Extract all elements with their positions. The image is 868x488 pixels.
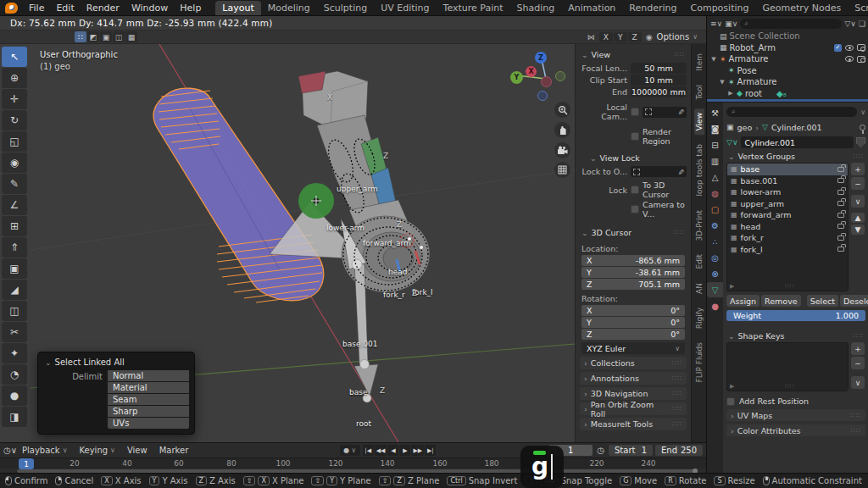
workspace-tab[interactable]: Sculpting [317,1,374,15]
sidebar-tab[interactable]: Item [694,49,704,75]
outliner-item-label[interactable]: Armature [737,77,777,86]
collapsed-panel-header[interactable]: 3D Navigation∷∷ [580,387,687,400]
select-mode-button[interactable]: ◩ [87,31,99,42]
gizmo-x-axis[interactable]: X [526,66,537,77]
panel-grip-icon[interactable]: ∷∷ [854,152,864,160]
list-grip-icon[interactable]: ∷∷ [785,383,794,390]
vertex-groups-list[interactable]: ▦base▦base.001▦lower-arm▦upper_arm▦forwa… [726,163,849,291]
lock-icon[interactable] [837,247,844,252]
panel-grip-icon[interactable]: ∷∷ [672,390,682,397]
panel-grip-icon[interactable]: ∷∷ [675,51,685,58]
tool-button[interactable]: ∠ [2,195,27,215]
properties-search-input[interactable]: ⌕ [726,107,857,117]
orthographic-grid-button[interactable] [554,162,570,178]
stopwatch-icon[interactable]: ◷ [597,446,604,455]
hide-eye-icon[interactable] [845,45,854,51]
value-field[interactable]: 10 mm [631,75,687,86]
panel-grip-icon[interactable]: ∷∷ [672,420,682,428]
properties-tab[interactable]: ▢ [707,202,723,217]
mirror-axis-button[interactable]: X [599,32,613,42]
menu-item[interactable]: File [23,1,50,15]
filter-mode-icon[interactable]: ▣∨ [725,19,737,28]
tool-button[interactable]: ▣ [2,258,27,279]
remove-button[interactable]: Remove [761,295,801,307]
frame-start-field[interactable]: Start1 [609,445,653,456]
sidebar-tab[interactable]: Tool [694,80,704,103]
lock-icon[interactable] [837,201,844,206]
outliner-item-label[interactable]: Robot_Arm [730,43,776,53]
tool-button[interactable]: ◱ [2,131,27,152]
lock-icon[interactable] [837,213,844,218]
select-mode-button[interactable]: ∷ [75,31,86,42]
gizmo-z-axis[interactable]: Z [535,52,547,64]
sidebar-tab[interactable]: AN [694,279,704,298]
properties-tab[interactable]: ◍ [707,186,723,201]
delimit-option[interactable]: UVs [108,418,189,429]
camera-view-button[interactable] [554,142,570,158]
panel-grip-icon[interactable]: ∷∷ [672,405,682,413]
outliner-item-label[interactable]: root [745,89,762,98]
move-down-button[interactable]: ▼ [851,225,865,235]
move-up-button[interactable]: ▲ [851,213,865,223]
panel-grip-icon[interactable]: ∷∷ [851,412,861,419]
tool-button[interactable]: ⊕ [2,68,27,88]
panel-grip-icon[interactable]: ∷∷ [672,359,682,367]
auto-keying-button[interactable]: ●∨ [340,445,360,456]
remove-vertex-group-button[interactable]: − [851,177,865,190]
expander-icon[interactable]: ▼ [710,56,717,63]
add-vertex-group-button[interactable]: + [851,163,865,175]
vertex-group-name[interactable]: base.001 [741,176,778,186]
mirror-axis-button[interactable]: Z [628,32,642,42]
properties-tab[interactable]: △ [707,169,723,185]
menu-item[interactable]: Edit [50,1,80,15]
workspace-tab[interactable]: Scripting [848,1,868,15]
cursor-rotation-slider[interactable]: X0° [581,305,685,316]
tool-button[interactable]: ✛ [2,89,27,109]
outliner-row[interactable]: ▼✶Armature [707,53,868,65]
outliner-row[interactable]: ▦Robot_Arm✓ [707,42,868,54]
weight-slider[interactable]: Weight 1.000 [726,310,865,321]
marker-menu[interactable]: Marker [154,446,194,455]
workspace-tab[interactable]: Animation [561,1,622,15]
properties-tab[interactable]: ⚒ [707,105,723,120]
properties-tab[interactable]: ∴ [707,234,723,249]
lock-to-object-field[interactable]: ✎ [631,166,687,177]
select-mode-button[interactable]: ▦ [125,31,137,42]
tool-button[interactable]: ✎ [2,174,27,194]
sidebar-tab[interactable]: FLIP Fluids [694,338,704,386]
outliner-row[interactable]: ▶◆root◆₈ [707,88,868,100]
collapsed-panel-header[interactable]: Pan Orbit Zoom Roll∷∷ [580,402,687,415]
vertex-group-name[interactable]: head [741,222,761,231]
cursor-location-slider[interactable]: Z705.1 mm [581,279,685,290]
transport-button[interactable]: ◀ [387,445,398,456]
vertex-group-name[interactable]: lower-arm [741,187,782,197]
fake-user-shield-icon[interactable] [856,137,865,147]
mesh-datablock-icon[interactable]: ▽∨ [726,138,738,147]
color-attributes-panel[interactable]: Color Attributes∷∷ [726,424,865,436]
vertex-group-row[interactable]: ▦head [727,221,848,233]
vertex-group-row[interactable]: ▦fork_r [727,232,848,244]
shape-keys-header[interactable]: Shape Keys∷∷ [726,328,865,342]
view-lock-header[interactable]: View Lock [588,151,687,165]
shape-key-specials-button[interactable]: ∨ [851,376,865,389]
vertex-group-specials-button[interactable]: ∨ [851,195,865,208]
properties-tab[interactable]: ◎ [707,250,723,265]
properties-tab[interactable]: ⊟ [707,137,723,152]
vertex-group-row[interactable]: ▦lower-arm [727,186,848,198]
menu-item[interactable]: Render [81,1,125,15]
navigation-gizmo[interactable]: Z X Y [507,47,580,110]
add-rest-position-checkbox[interactable] [726,397,735,406]
selectable-checkbox-icon[interactable]: ✓ [834,44,842,52]
vertex-group-name[interactable]: forward_arm [741,210,792,219]
tool-button[interactable]: ⇑ [2,237,27,258]
view-menu[interactable]: View [122,446,153,455]
breadcrumb-data[interactable]: Cylinder.001 [771,123,822,132]
tool-button[interactable]: ⊞ [2,216,27,236]
delimit-option[interactable]: Normal [108,370,189,381]
hide-eye-icon[interactable] [845,56,854,62]
collapsed-panel-header[interactable]: Annotations∷∷ [580,372,687,385]
expander-icon[interactable]: ▼ [719,79,726,86]
value-field[interactable]: 1000000 mm [631,86,687,97]
outliner-item-label[interactable]: Pose [737,66,757,75]
properties-tab[interactable]: ⊗ [707,266,723,281]
